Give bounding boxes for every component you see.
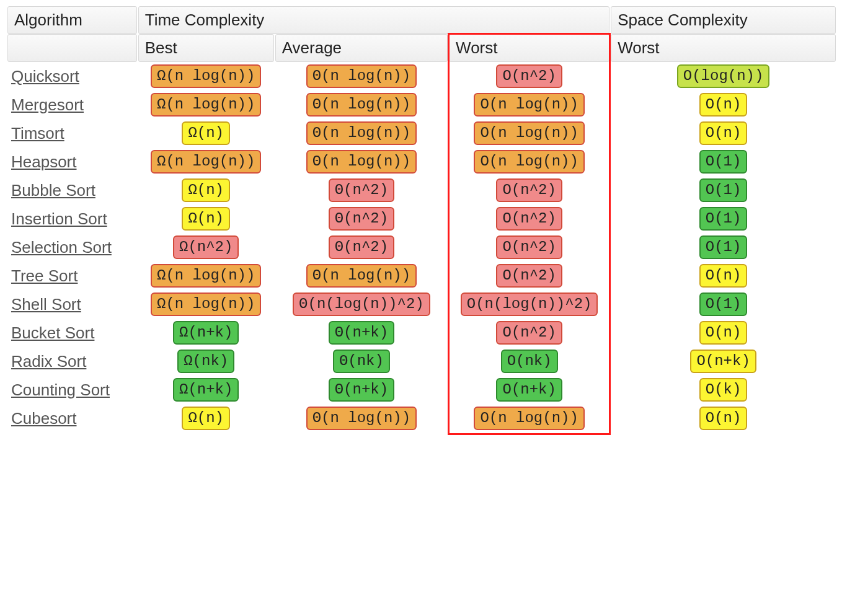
table-row: CubesortΩ(n)Θ(n log(n))O(n log(n))O(n)	[7, 404, 836, 433]
complexity-badge: O(1)	[699, 150, 748, 174]
space-cell: O(1)	[611, 290, 836, 319]
complexity-badge: Ω(nk)	[177, 350, 234, 373]
space-cell: O(1)	[611, 233, 836, 262]
complexity-badge: Ω(n)	[182, 207, 230, 231]
average-cell: Θ(n log(n))	[275, 119, 448, 147]
best-cell: Ω(n)	[138, 119, 274, 147]
complexity-badge: O(n)	[699, 407, 748, 430]
table-row: Bubble SortΩ(n)Θ(n^2)O(n^2)O(1)	[7, 176, 836, 205]
best-cell: Ω(n+k)	[138, 376, 274, 404]
complexity-badge: O(n^2)	[496, 264, 562, 288]
algorithm-cell: Heapsort	[7, 147, 137, 176]
header-worst: Worst	[449, 34, 609, 62]
complexity-badge: O(1)	[699, 235, 748, 259]
algorithm-cell: Insertion Sort	[7, 205, 137, 233]
algorithm-link[interactable]: Mergesort	[11, 95, 84, 114]
average-cell: Θ(n^2)	[275, 233, 448, 262]
algorithm-cell: Quicksort	[7, 62, 137, 90]
space-cell: O(n)	[611, 90, 836, 119]
table-row: Bucket SortΩ(n+k)Θ(n+k)O(n^2)O(n)	[7, 319, 836, 347]
algorithm-cell: Cubesort	[7, 404, 137, 433]
best-cell: Ω(n log(n))	[138, 290, 274, 319]
worst-cell: O(n^2)	[449, 262, 609, 290]
space-cell: O(1)	[611, 147, 836, 176]
header-row-2: Best Average Worst Worst	[7, 34, 836, 62]
complexity-badge: Ω(n)	[182, 407, 230, 430]
average-cell: Θ(n^2)	[275, 176, 448, 205]
algorithm-cell: Timsort	[7, 119, 137, 147]
average-cell: Θ(n log(n))	[275, 147, 448, 176]
best-cell: Ω(n^2)	[138, 233, 274, 262]
space-cell: O(n)	[611, 262, 836, 290]
complexity-badge: Θ(n log(n))	[306, 93, 417, 117]
complexity-badge: Θ(n(log(n))^2)	[293, 293, 430, 316]
average-cell: Θ(nk)	[275, 347, 448, 376]
complexity-badge: Θ(n log(n))	[306, 264, 417, 288]
complexity-badge: O(n+k)	[496, 378, 562, 402]
worst-cell: O(n^2)	[449, 319, 609, 347]
complexity-badge: Ω(n)	[182, 178, 230, 202]
complexity-table: Algorithm Time Complexity Space Complexi…	[6, 6, 837, 433]
algorithm-link[interactable]: Tree Sort	[11, 266, 78, 285]
best-cell: Ω(n log(n))	[138, 147, 274, 176]
complexity-badge: Ω(n log(n))	[151, 93, 261, 117]
header-algorithm: Algorithm	[7, 6, 137, 34]
complexity-badge: Θ(n log(n))	[306, 64, 417, 88]
complexity-badge: Θ(n^2)	[329, 178, 394, 202]
algorithm-link[interactable]: Counting Sort	[11, 381, 110, 399]
complexity-badge: Ω(n log(n))	[151, 150, 261, 174]
algorithm-link[interactable]: Selection Sort	[11, 238, 112, 257]
algorithm-link[interactable]: Shell Sort	[11, 295, 81, 314]
header-row-1: Algorithm Time Complexity Space Complexi…	[7, 6, 836, 34]
worst-cell: O(n log(n))	[449, 119, 609, 147]
complexity-table-wrap: Algorithm Time Complexity Space Complexi…	[6, 6, 837, 433]
complexity-badge: Θ(n^2)	[329, 235, 394, 259]
algorithm-link[interactable]: Bucket Sort	[11, 323, 94, 342]
worst-cell: O(n log(n))	[449, 404, 609, 433]
complexity-badge: O(n log(n))	[474, 93, 584, 117]
complexity-badge: O(n^2)	[496, 178, 562, 202]
header-space: Space Complexity	[611, 6, 836, 34]
algorithm-link[interactable]: Bubble Sort	[11, 181, 95, 200]
complexity-badge: O(n^2)	[496, 321, 562, 345]
complexity-badge: O(n^2)	[496, 207, 562, 231]
algorithm-link[interactable]: Timsort	[11, 124, 64, 143]
complexity-badge: Θ(n+k)	[329, 321, 394, 345]
space-cell: O(n+k)	[611, 347, 836, 376]
complexity-badge: O(k)	[699, 378, 748, 402]
complexity-badge: Ω(n+k)	[173, 321, 239, 345]
space-cell: O(log(n))	[611, 62, 836, 90]
complexity-badge: O(n)	[699, 264, 748, 288]
complexity-badge: O(n log(n))	[474, 121, 584, 145]
algorithm-link[interactable]: Cubesort	[11, 409, 77, 428]
complexity-badge: O(n+k)	[690, 350, 756, 373]
table-row: Insertion SortΩ(n)Θ(n^2)O(n^2)O(1)	[7, 205, 836, 233]
algorithm-link[interactable]: Radix Sort	[11, 352, 86, 371]
algorithm-cell: Tree Sort	[7, 262, 137, 290]
algorithm-link[interactable]: Heapsort	[11, 152, 77, 171]
average-cell: Θ(n+k)	[275, 376, 448, 404]
complexity-badge: O(n)	[699, 321, 748, 345]
average-cell: Θ(n log(n))	[275, 90, 448, 119]
worst-cell: O(n^2)	[449, 176, 609, 205]
complexity-badge: O(1)	[699, 207, 748, 231]
best-cell: Ω(n)	[138, 205, 274, 233]
complexity-badge: Ω(n log(n))	[151, 293, 261, 316]
algorithm-link[interactable]: Quicksort	[11, 67, 79, 86]
worst-cell: O(nk)	[449, 347, 609, 376]
best-cell: Ω(n)	[138, 404, 274, 433]
average-cell: Θ(n log(n))	[275, 404, 448, 433]
algorithm-link[interactable]: Insertion Sort	[11, 209, 107, 228]
complexity-badge: Θ(nk)	[333, 350, 390, 373]
complexity-badge: O(nk)	[501, 350, 558, 373]
table-body: QuicksortΩ(n log(n))Θ(n log(n))O(n^2)O(l…	[7, 62, 836, 433]
table-row: TimsortΩ(n)Θ(n log(n))O(n log(n))O(n)	[7, 119, 836, 147]
table-row: QuicksortΩ(n log(n))Θ(n log(n))O(n^2)O(l…	[7, 62, 836, 90]
worst-cell: O(n^2)	[449, 233, 609, 262]
average-cell: Θ(n(log(n))^2)	[275, 290, 448, 319]
best-cell: Ω(n log(n))	[138, 90, 274, 119]
complexity-badge: O(n)	[699, 93, 748, 117]
space-cell: O(k)	[611, 376, 836, 404]
worst-cell: O(n^2)	[449, 205, 609, 233]
complexity-badge: Θ(n^2)	[329, 207, 394, 231]
